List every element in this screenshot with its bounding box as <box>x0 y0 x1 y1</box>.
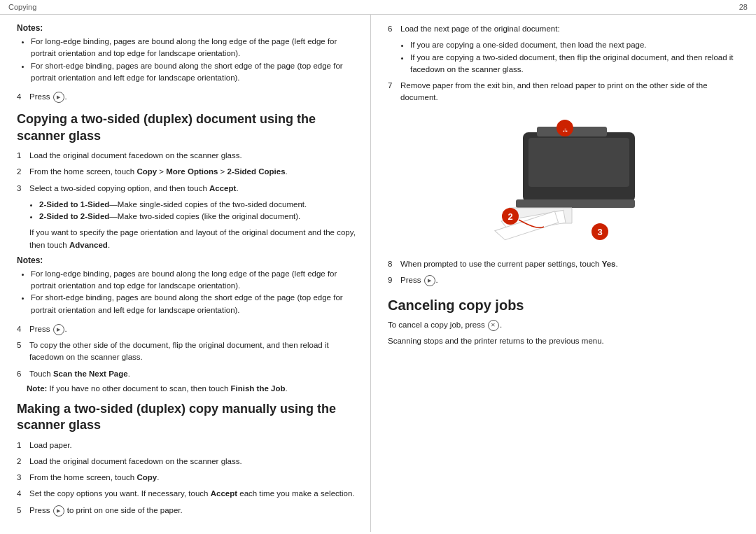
step-num: 9 <box>388 274 398 286</box>
step-text: Press . <box>29 323 356 335</box>
svg-rect-3 <box>516 199 635 208</box>
start-icon <box>53 324 64 335</box>
start-icon <box>53 92 64 103</box>
step-text: When prompted to use the current paper s… <box>400 258 742 270</box>
step-num: 2 <box>17 166 27 178</box>
svg-text:2: 2 <box>507 211 512 222</box>
notes-list-1: For long-edge binding, pages are bound a… <box>17 36 356 84</box>
sub-notes-list: If you are copying a one-sided document,… <box>398 39 742 76</box>
step-3-s1: 3 Select a two-sided copying option, and… <box>17 183 356 195</box>
step-text: Load the original document facedown on t… <box>29 456 356 468</box>
cancel-heading: Canceling copy jobs <box>388 297 742 314</box>
step-5-s2: 5 Press to print on one side of the pape… <box>17 505 356 517</box>
step-num: 7 <box>388 80 398 104</box>
step-text: If you want to specify the page orientat… <box>29 227 356 251</box>
right-column: 6 Load the next page of the original doc… <box>371 15 756 532</box>
step-text: Press . <box>400 274 742 286</box>
step-num: 3 <box>17 183 27 195</box>
cancel-icon <box>488 320 499 331</box>
step-4-pre: 4 Press . <box>17 91 356 103</box>
step-1-s2: 1 Load paper. <box>17 440 356 451</box>
sub-note-item: 2-Sided to 2-Sided—Make two-sided copies… <box>39 211 356 223</box>
step-num: 6 <box>388 23 398 35</box>
cancel-text-2: Scanning stops and the printer returns t… <box>388 335 742 347</box>
step-text: Select a two-sided copying option, and t… <box>29 183 356 195</box>
sub-notes-s1: 2-Sided to 1-Sided—Make single-sided cop… <box>27 199 356 223</box>
step-advanced: If you want to specify the page orientat… <box>17 227 356 251</box>
step-text: Set the copy options you want. If necess… <box>29 488 356 500</box>
step-num <box>17 227 27 251</box>
start-icon <box>53 505 64 517</box>
note-item: For short-edge binding, pages are bound … <box>31 292 356 316</box>
step-text: From the home screen, touch Copy. <box>29 472 356 484</box>
step-num: 4 <box>17 323 27 335</box>
sub-note-item: 2-Sided to 1-Sided—Make single-sided cop… <box>39 199 356 211</box>
page-number: 28 <box>739 3 748 11</box>
step-num: 8 <box>388 258 398 270</box>
cancel-text-1: To cancel a copy job, press . <box>388 319 742 331</box>
sub-notes-list: 2-Sided to 1-Sided—Make single-sided cop… <box>27 199 356 223</box>
step-num: 1 <box>17 440 27 451</box>
notes-box-1: Notes: For long-edge binding, pages are … <box>17 23 356 84</box>
note-item: For long-edge binding, pages are bound a… <box>31 36 356 60</box>
step-num: 1 <box>17 150 27 162</box>
sub-note-item: If you are copying a two-sided document,… <box>410 52 742 76</box>
step-num: 4 <box>17 488 27 500</box>
step-2-s2: 2 Load the original document facedown on… <box>17 456 356 468</box>
section1-heading: Copying a two-sided (duplex) document us… <box>17 111 356 144</box>
step-num: 2 <box>17 456 27 468</box>
top-bar: Copying 28 <box>0 0 756 15</box>
notes-label-2: Notes: <box>17 255 356 265</box>
step-4-s2: 4 Set the copy options you want. If nece… <box>17 488 356 500</box>
step-3-s2: 3 From the home screen, touch Copy. <box>17 472 356 484</box>
step-2-s1: 2 From the home screen, touch Copy > Mor… <box>17 166 356 178</box>
step-5-s1: 5 To copy the other side of the document… <box>17 339 356 364</box>
section2-heading: Making a two-sided (duplex) copy manuall… <box>17 401 356 434</box>
canceling-section: Canceling copy jobs To cancel a copy job… <box>388 297 742 348</box>
step-text: Load the next page of the original docum… <box>400 23 742 35</box>
sub-note-item: If you are copying a one-sided document,… <box>410 39 742 51</box>
step-text: Press to print on one side of the paper. <box>29 505 356 517</box>
svg-rect-1 <box>528 138 629 187</box>
svg-text:3: 3 <box>597 227 602 237</box>
note-item: For short-edge binding, pages are bound … <box>31 60 356 85</box>
step-num: 5 <box>17 339 27 364</box>
step-num: 4 <box>17 91 27 103</box>
start-icon <box>424 275 435 286</box>
step-text: From the home screen, touch Copy > More … <box>29 166 356 178</box>
breadcrumb: Copying <box>8 3 36 11</box>
step-7-right: 7 Remove paper from the exit bin, and th… <box>388 80 742 104</box>
step-num: 6 <box>17 368 27 380</box>
printer-svg: 1 2 3 <box>474 111 670 258</box>
step-text: Load paper. <box>29 440 356 451</box>
printer-illustration: 1 2 3 <box>474 111 656 251</box>
notes-label-1: Notes: <box>17 23 356 33</box>
note-item: For long-edge binding, pages are bound a… <box>31 268 356 293</box>
step-text: Press . <box>29 91 356 103</box>
step-6-s1: 6 Touch Scan the Next Page. <box>17 368 356 380</box>
step-num: 5 <box>17 505 27 517</box>
step-text: Touch Scan the Next Page. <box>29 368 356 380</box>
step-6-right: 6 Load the next page of the original doc… <box>388 23 742 35</box>
step-9-right: 9 Press . <box>388 274 742 286</box>
content-wrapper: Notes: For long-edge binding, pages are … <box>0 15 756 532</box>
notes-list-2: For long-edge binding, pages are bound a… <box>17 268 356 316</box>
step-1-s1: 1 Load the original document facedown on… <box>17 150 356 162</box>
notes-box-2: Notes: For long-edge binding, pages are … <box>17 255 356 316</box>
step-text: Remove paper from the exit bin, and then… <box>400 80 742 104</box>
step-4b: 4 Press . <box>17 323 356 335</box>
step-num: 3 <box>17 472 27 484</box>
step6-note: Note: If you have no other document to s… <box>27 384 356 393</box>
step-text: Load the original document facedown on t… <box>29 150 356 162</box>
left-column: Notes: For long-edge binding, pages are … <box>0 15 371 532</box>
step-8-right: 8 When prompted to use the current paper… <box>388 258 742 270</box>
sub-notes-right: If you are copying a one-sided document,… <box>398 39 742 76</box>
step-text: To copy the other side of the document, … <box>29 339 356 364</box>
